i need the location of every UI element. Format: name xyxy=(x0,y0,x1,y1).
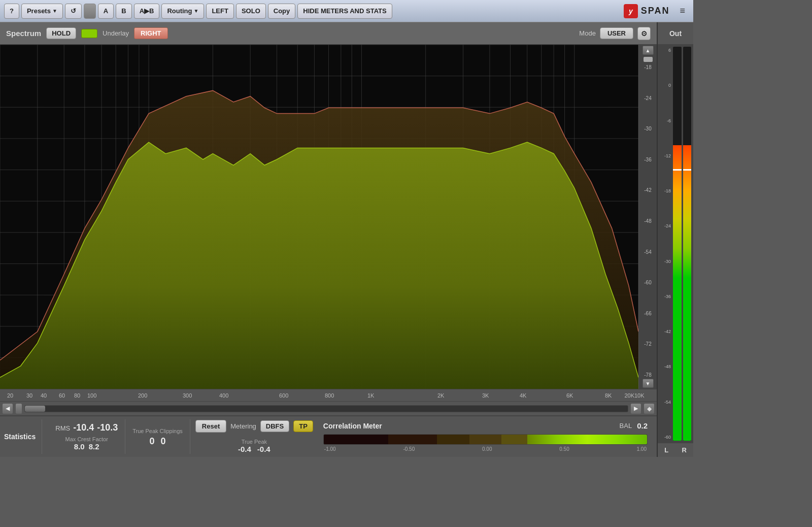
db-value-minus24: -24 xyxy=(639,96,657,101)
scroll-left-small-button[interactable] xyxy=(15,403,22,414)
vu-fill-right xyxy=(683,145,692,441)
spectrum-canvas xyxy=(0,45,657,389)
hide-meters-button[interactable]: HIDE METERS AND STATS xyxy=(297,4,392,19)
metering-row: Reset Metering DBFS TP xyxy=(195,420,313,433)
mode-section: Mode USER ⚙ xyxy=(579,27,651,40)
reset-button[interactable]: Reset xyxy=(195,420,226,433)
vu-meter-section: Out 6 0 -6 -12 -18 -24 -30 -36 -42 -48 -… xyxy=(657,22,693,457)
spectrum-display[interactable]: ▲ -18 -24 -30 -36 -42 -48 -54 -60 -66 -7… xyxy=(0,45,657,389)
out-label: Out xyxy=(669,29,682,38)
freq-4k: 4K xyxy=(520,392,526,399)
vu-scale-m60: -60 xyxy=(660,435,672,440)
corr-label-1: 1.00 xyxy=(637,446,647,452)
vu-scale-m42: -42 xyxy=(660,329,672,334)
span-logo-text: SPAN xyxy=(641,6,670,16)
metering-section: Reset Metering DBFS TP True Peak -0.4 -0… xyxy=(190,419,318,454)
vu-scale-m12: -12 xyxy=(660,153,672,158)
right-channel-button[interactable]: RIGHT xyxy=(134,27,167,39)
freq-800: 800 xyxy=(325,392,334,399)
vu-scale-m6: -6 xyxy=(660,118,672,123)
presets-button[interactable]: Presets ▼ xyxy=(21,4,63,19)
vu-bars xyxy=(673,47,691,441)
power-button[interactable] xyxy=(84,4,96,19)
spectrum-header: Spectrum HOLD Underlay RIGHT Mode USER ⚙ xyxy=(0,22,657,45)
db-value-minus18: -18 xyxy=(639,65,657,70)
scroll-track[interactable] xyxy=(24,405,628,412)
statistics-label: Statistics xyxy=(4,419,42,454)
metering-label: Metering xyxy=(230,422,256,430)
scroll-right-button[interactable]: ▶ xyxy=(630,403,641,414)
left-button[interactable]: LEFT xyxy=(206,4,234,19)
scroll-left-button[interactable]: ◀ xyxy=(2,403,13,414)
db-value-minus60: -60 xyxy=(639,280,657,285)
rms-group: RMS -10.4 -10.3 Max Crest Factor 8.0 8.2 xyxy=(48,419,125,454)
true-peak-clip-right: 0 xyxy=(161,436,166,447)
true-peak-clip-left: 0 xyxy=(150,436,155,447)
freq-600: 600 xyxy=(279,392,288,399)
diamond-button[interactable]: ◆ xyxy=(644,403,655,414)
correlation-title: Correlation Meter xyxy=(323,422,382,430)
correlation-section: Correlation Meter BAL 0.2 -1.00 xyxy=(318,419,653,454)
vu-scale-m36: -36 xyxy=(660,294,672,299)
a-button[interactable]: A xyxy=(98,4,114,19)
ab-button[interactable]: A▶B xyxy=(134,4,160,19)
correlation-labels: -1.00 -0.50 0.00 0.50 1.00 xyxy=(323,446,648,452)
vu-scale-0: 0 xyxy=(660,83,672,88)
gear-button[interactable]: ⚙ xyxy=(637,27,651,40)
vu-fill-left xyxy=(673,145,682,441)
dbfs-button[interactable]: DBFS xyxy=(260,420,289,432)
tp-button[interactable]: TP xyxy=(293,420,313,432)
reload-button[interactable]: ↺ xyxy=(65,4,82,19)
left-channel-indicator[interactable] xyxy=(81,29,97,38)
freq-10k: 10K xyxy=(634,392,645,399)
vu-scale: 6 0 -6 -12 -18 -24 -30 -36 -42 -48 -54 -… xyxy=(660,47,672,441)
vu-scale-m24: -24 xyxy=(660,223,672,228)
freq-1k: 1K xyxy=(367,392,374,399)
rms-left-value: -10.4 xyxy=(73,422,94,433)
r-label: R xyxy=(682,446,686,454)
l-label: L xyxy=(664,446,668,454)
hold-button[interactable]: HOLD xyxy=(46,27,76,39)
spectrum-section: Spectrum HOLD Underlay RIGHT Mode USER ⚙… xyxy=(0,22,657,457)
db-scroll-thumb[interactable] xyxy=(644,57,653,62)
b-button[interactable]: B xyxy=(116,4,131,19)
freq-300: 300 xyxy=(183,392,192,399)
vu-footer: L R xyxy=(658,443,693,457)
db-scale: ▲ -18 -24 -30 -36 -42 -48 -54 -60 -66 -7… xyxy=(638,45,657,389)
scroll-thumb[interactable] xyxy=(25,406,45,412)
rms-row: RMS -10.4 -10.3 xyxy=(55,422,118,433)
statistics-bar: Statistics RMS -10.4 -10.3 Max Crest Fac… xyxy=(0,415,657,457)
freq-20k: 20K xyxy=(624,392,634,399)
freq-6k: 6K xyxy=(566,392,573,399)
vu-scale-m18: -18 xyxy=(660,188,672,193)
solo-button[interactable]: SOLO xyxy=(236,4,266,19)
true-peak-left: -0.4 xyxy=(238,445,251,453)
vu-bar-right xyxy=(683,47,692,441)
db-scroll-down-button[interactable]: ▼ xyxy=(642,379,654,388)
db-slider-area: -18 -24 -30 -36 -42 -48 -54 -60 -66 -72 … xyxy=(639,64,657,379)
menu-button[interactable]: ≡ xyxy=(675,4,689,18)
freq-100: 100 xyxy=(87,392,96,399)
mode-user-button[interactable]: USER xyxy=(600,27,633,39)
span-logo-icon: y xyxy=(624,4,638,18)
freq-80: 80 xyxy=(74,392,80,399)
help-button[interactable]: ? xyxy=(4,4,19,19)
vu-scale-m30: -30 xyxy=(660,259,672,264)
true-peak-clip-label: True Peak Clippings xyxy=(132,428,183,434)
vu-header: Out xyxy=(658,22,693,45)
correlation-bar xyxy=(323,434,648,445)
freq-20: 20 xyxy=(7,392,13,399)
mode-label: Mode xyxy=(579,29,596,37)
db-scroll-up-button[interactable]: ▲ xyxy=(642,46,654,55)
db-value-minus72: -72 xyxy=(639,342,657,347)
max-crest-right: 8.2 xyxy=(89,442,99,451)
db-value-minus66: -66 xyxy=(639,311,657,316)
routing-button[interactable]: Routing ▼ xyxy=(161,4,204,19)
freq-3k: 3K xyxy=(482,392,489,399)
db-value-minus54: -54 xyxy=(639,250,657,255)
correlation-header: Correlation Meter BAL 0.2 xyxy=(323,421,648,430)
copy-button[interactable]: Copy xyxy=(268,4,296,19)
true-peak-clip-group: True Peak Clippings 0 0 xyxy=(125,419,190,454)
max-crest-left: 8.0 xyxy=(74,442,85,451)
db-value-minus42: -42 xyxy=(639,188,657,193)
